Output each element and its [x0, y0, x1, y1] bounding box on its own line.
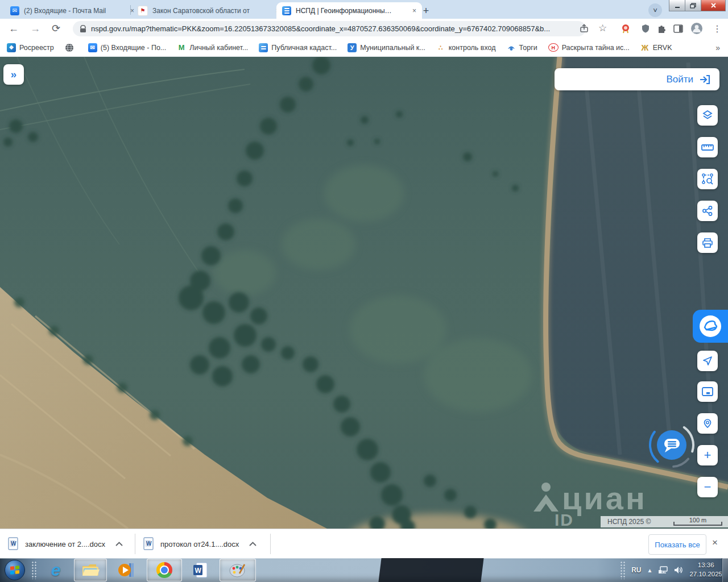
crest-icon: У	[348, 43, 357, 52]
word-file-icon: W	[8, 537, 19, 551]
window-restore-button[interactable]	[685, 0, 701, 11]
collapse-chevron-icon[interactable]	[249, 542, 257, 546]
bookmark-rosreestr[interactable]: ❖ Росреестр	[7, 43, 54, 52]
mail-favicon: ✉	[10, 6, 19, 15]
show-all-downloads-button[interactable]: Показать все	[648, 534, 706, 555]
download-divider	[135, 534, 135, 554]
profile-avatar[interactable]	[690, 22, 703, 35]
url-text: nspd.gov.ru/map?thematic=PKK&zoom=16.220…	[91, 24, 550, 33]
download-item[interactable]: W протокол от24.1....docx	[143, 533, 257, 555]
navigation-arrow-icon	[702, 356, 713, 366]
bookmark-raskryta-taina[interactable]: Н Раскрыта тайна ис...	[548, 43, 630, 52]
tab-nspd-active[interactable]: НСПД | Геоинформационный по ×	[276, 2, 422, 19]
satellite-imagery	[0, 57, 728, 529]
browser-menu-icon[interactable]: ⋮	[713, 19, 722, 39]
download-divider	[270, 534, 271, 554]
map-viewport[interactable]: » Войти	[0, 57, 728, 529]
svg-text:W: W	[195, 567, 202, 575]
paint-icon	[229, 562, 246, 578]
speaker-icon[interactable]	[674, 566, 684, 575]
bookmark-lichny-kabinet[interactable]: M Личный кабинет...	[177, 43, 248, 52]
download-item[interactable]: W заключение от 2....docx	[8, 533, 123, 555]
login-icon	[699, 74, 710, 85]
h-circle-icon: Н	[548, 43, 559, 52]
windows-taskbar: e W	[0, 558, 728, 582]
taskbar-dark-patch	[378, 558, 483, 582]
pin-search-icon	[702, 418, 713, 429]
zoom-out-button[interactable]: −	[697, 477, 718, 497]
share-map-button[interactable]	[697, 201, 718, 221]
tab-law[interactable]: ⚑ Закон Саратовской области от ×	[132, 2, 286, 19]
bookmark-torgi[interactable]: Торги	[507, 43, 537, 52]
taskbar-chrome[interactable]	[147, 559, 182, 581]
share-icon[interactable]	[578, 22, 590, 35]
bookmark-star-icon[interactable]: ☆	[598, 18, 607, 38]
eagle-blue-icon	[507, 43, 516, 52]
tab-title: Закон Саратовской области от	[152, 7, 250, 15]
clock-date: 27.10.2025	[689, 570, 722, 579]
language-indicator[interactable]: RU	[631, 566, 641, 574]
document-favicon: ⚑	[138, 6, 148, 16]
area-search-button[interactable]	[697, 169, 718, 189]
tab-search-button[interactable]: ˅	[648, 3, 662, 17]
taskbar-paint[interactable]	[220, 559, 256, 581]
tab-divider	[130, 5, 131, 15]
bookmark-kontrol-vhod[interactable]: ∴ контроль вход	[436, 43, 496, 52]
reload-icon[interactable]: ⟳	[52, 19, 60, 39]
nspd-favicon	[282, 6, 291, 15]
bookmark-ervk[interactable]: Ж ERVK	[640, 43, 672, 52]
new-tab-button[interactable]: +	[419, 3, 433, 18]
taskbar-clock[interactable]: 13:36 27.10.2025	[689, 561, 722, 579]
extensions-puzzle-icon[interactable]	[655, 22, 668, 35]
taskbar-ie[interactable]: e	[43, 559, 68, 581]
forward-icon[interactable]: →	[30, 19, 40, 39]
window-minimize-button[interactable]	[669, 0, 685, 11]
locate-me-button[interactable]	[697, 351, 718, 371]
bookmark-public-cadastre[interactable]: Публичная кадаст...	[259, 43, 337, 52]
expand-panel-button[interactable]: »	[3, 64, 24, 85]
tab-mail[interactable]: ✉ (2) Входящие - Почта Mail ×	[5, 2, 140, 19]
mail-icon: ✉	[88, 43, 97, 52]
close-downloads-bar-icon[interactable]: ×	[712, 537, 718, 548]
mini-map-button[interactable]	[697, 381, 718, 402]
layers-favicon	[259, 43, 268, 52]
start-button[interactable]	[3, 559, 26, 581]
rosreestr-icon: ❖	[7, 43, 16, 52]
bookmark-globe[interactable]	[65, 43, 77, 52]
extension-shield-icon[interactable]	[639, 22, 652, 35]
collapse-chevron-icon[interactable]	[115, 542, 123, 546]
tab-close-icon[interactable]: ×	[412, 7, 416, 15]
svg-text:W: W	[146, 541, 152, 547]
zoom-in-button[interactable]: +	[697, 445, 718, 465]
downloads-bar: W заключение от 2....docx W протокол от2…	[0, 529, 728, 559]
active-draw-tool-button[interactable]	[693, 310, 728, 343]
frame-icon	[702, 387, 713, 396]
taskbar-explorer[interactable]	[74, 559, 107, 581]
bookmark-municipal[interactable]: У Муниципальный к...	[348, 43, 425, 52]
taskbar-wmp[interactable]	[111, 559, 141, 581]
network-icon[interactable]	[658, 566, 668, 575]
search-location-button[interactable]	[697, 413, 718, 434]
side-panel-icon[interactable]	[672, 22, 684, 35]
show-desktop-button[interactable]	[722, 558, 728, 582]
chat-button[interactable]	[656, 429, 688, 461]
word-file-icon: W	[143, 537, 155, 551]
sparkle-icon: ∴	[436, 43, 445, 52]
login-button[interactable]: Войти	[555, 68, 719, 90]
extension-seal-icon[interactable]	[619, 22, 632, 35]
tab-title: (2) Входящие - Почта Mail	[24, 7, 106, 15]
address-bar[interactable]: nspd.gov.ru/map?thematic=PKK&zoom=16.220…	[73, 21, 586, 36]
taskbar-grip[interactable]	[31, 559, 38, 581]
bookmarks-overflow-icon[interactable]: »	[715, 43, 720, 52]
back-icon[interactable]: ←	[9, 19, 19, 39]
media-player-icon	[118, 562, 135, 578]
taskbar-word[interactable]: W	[187, 559, 214, 581]
layers-button[interactable]	[697, 105, 718, 126]
print-button[interactable]	[697, 232, 718, 253]
tray-expand-icon[interactable]: ▲	[647, 567, 653, 573]
bookmark-mail-inbox[interactable]: ✉ (5) Входящие - По...	[88, 43, 166, 52]
ruler-button[interactable]	[697, 137, 718, 157]
assistant-tool-icon	[698, 314, 722, 338]
chrome-icon	[156, 562, 172, 578]
window-close-button[interactable]	[701, 0, 726, 11]
